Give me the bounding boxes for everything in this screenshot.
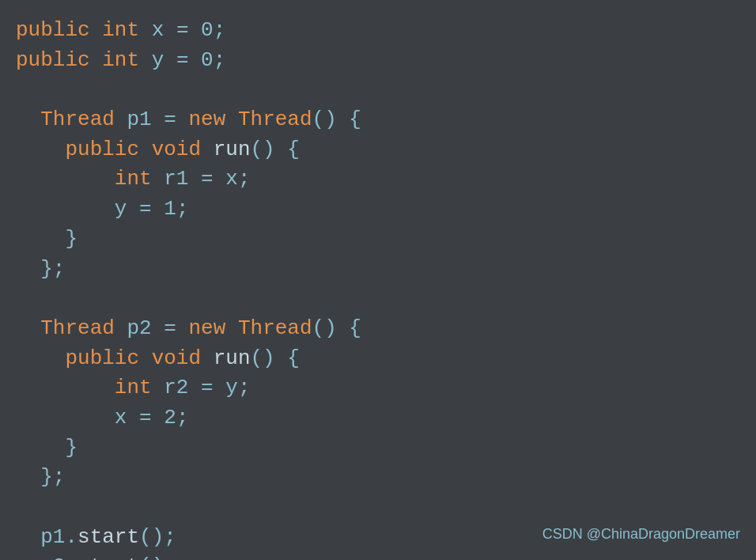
code-line-6: int r1 = x; (16, 165, 748, 195)
code-line-7: y = 1; (16, 195, 748, 225)
code-line-1: public int x = 0; (16, 16, 748, 46)
brand-label: CSDN @ChinaDragonDreamer (542, 524, 740, 544)
code-line-2: public int y = 0; (16, 46, 748, 76)
code-line-4: Thread p1 = new Thread() { (16, 105, 748, 135)
code-line-16: }; (16, 463, 748, 493)
code-line-11: Thread p2 = new Thread() { (16, 314, 748, 344)
code-line-13: int r2 = y; (16, 373, 748, 403)
code-line-19: p2.start(); (16, 552, 748, 560)
code-line-12: public void run() { (16, 344, 748, 374)
code-line-10 (16, 284, 748, 314)
code-line-15: } (16, 433, 748, 464)
code-line-14: x = 2; (16, 403, 748, 433)
code-line-8: } (16, 225, 748, 255)
code-line-17 (16, 493, 748, 523)
code-block: public int x = 0; public int y = 0; Thre… (0, 0, 756, 560)
code-line-9: }; (16, 255, 748, 285)
code-line-3 (16, 75, 748, 105)
code-line-5: public void run() { (16, 135, 748, 165)
